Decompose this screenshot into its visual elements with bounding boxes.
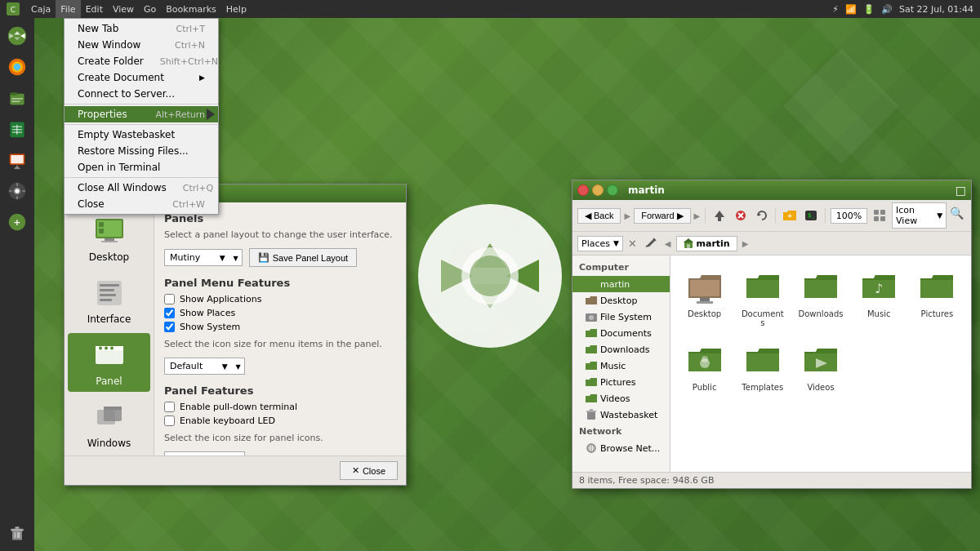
- menu-create-folder[interactable]: Create Folder Shift+Ctrl+N: [65, 53, 218, 69]
- fm-title: martin: [628, 184, 665, 196]
- show-apps-checkbox[interactable]: [164, 294, 175, 304]
- svg-rect-50: [99, 222, 104, 227]
- fm-sidebar-videos[interactable]: Videos: [572, 390, 670, 407]
- fm-up-btn[interactable]: [710, 206, 728, 225]
- panel-app-icon[interactable]: C: [5, 1, 21, 17]
- tweak-windows-label: Windows: [87, 438, 131, 449]
- panel-menu-caja[interactable]: Caja: [26, 0, 56, 18]
- taskbar-presentation-icon[interactable]: [2, 145, 32, 175]
- fm-content: Desktop Documents: [670, 256, 971, 472]
- fm-file-desktop[interactable]: Desktop: [679, 264, 730, 331]
- menu-restore-missing[interactable]: Restore Missing Files...: [65, 143, 218, 159]
- fm-search-btn[interactable]: 🔍: [950, 207, 966, 224]
- fm-back-btn[interactable]: ◀ Back: [577, 208, 621, 224]
- fm-max-btn[interactable]: [607, 184, 618, 196]
- tweak-sidebar-interface[interactable]: Interface: [68, 271, 150, 330]
- panel-menu-help[interactable]: Help: [221, 0, 252, 18]
- fm-sidebar-pictures[interactable]: Pictures: [572, 374, 670, 390]
- fm-sidebar-music[interactable]: Music: [572, 358, 670, 374]
- tweak-sidebar-windows[interactable]: Windows: [68, 395, 150, 454]
- fm-view-select[interactable]: Icon View ▼: [892, 202, 947, 229]
- fm-places-dropdown[interactable]: Places ▼: [577, 236, 623, 251]
- panel-menu-bookmarks[interactable]: Bookmarks: [161, 0, 220, 18]
- svg-rect-42: [15, 532, 16, 538]
- menu-connect-server[interactable]: Connect to Server...: [65, 86, 218, 102]
- svg-marker-65: [715, 211, 724, 217]
- fm-location-x-btn[interactable]: ✕: [628, 238, 637, 250]
- panel-menu-edit[interactable]: Edit: [81, 0, 108, 18]
- pulldown-terminal-checkbox[interactable]: [164, 402, 175, 412]
- tweak-desktop-label: Desktop: [89, 251, 130, 263]
- fm-sidebar-browse-network[interactable]: Browse Net...: [572, 440, 670, 456]
- fm-file-downloads[interactable]: Downloads: [795, 264, 846, 331]
- menu-close-all[interactable]: Close All Windows Ctrl+Q: [65, 180, 218, 196]
- save-panel-btn[interactable]: 💾 Save Panel Layout: [249, 248, 357, 267]
- panel-icon: [92, 338, 127, 372]
- fm-file-documents[interactable]: Documents: [737, 264, 788, 331]
- taskbar-mate-icon[interactable]: [2, 21, 32, 51]
- fm-forward-btn[interactable]: Forward ▶: [634, 208, 690, 224]
- desktop-file-icon: [685, 267, 724, 306]
- fm-sidebar-martin[interactable]: martin: [572, 276, 670, 292]
- taskbar-firefox-icon[interactable]: [2, 52, 32, 82]
- fm-sidebar-desktop[interactable]: Desktop: [572, 292, 670, 309]
- taskbar-files-icon[interactable]: [2, 83, 32, 113]
- taskbar-spreadsheet-icon[interactable]: [2, 114, 32, 144]
- fm-file-videos[interactable]: Videos: [795, 337, 846, 395]
- svg-marker-45: [207, 109, 215, 120]
- documents-file-icon: [743, 267, 782, 306]
- menu-new-window[interactable]: New Window Ctrl+N: [65, 37, 218, 53]
- fm-close-btn[interactable]: [577, 184, 589, 196]
- panel-icon-size-desc: Select the icon size for panel icons.: [164, 433, 396, 443]
- fm-breadcrumb-right-arrow[interactable]: ▶: [742, 239, 749, 248]
- fm-refresh-btn[interactable]: [753, 206, 771, 225]
- fm-breadcrumb-home[interactable]: martin: [676, 236, 737, 251]
- interface-icon: [92, 276, 127, 310]
- panel-menu-go[interactable]: Go: [139, 0, 161, 18]
- fm-file-music[interactable]: ♪ Music: [853, 264, 905, 331]
- panel-layout-select[interactable]: Mutiny ▼: [164, 249, 243, 266]
- svg-rect-75: [880, 210, 885, 215]
- taskbar-trash-icon[interactable]: [2, 518, 32, 548]
- show-places-checkbox[interactable]: [164, 308, 175, 318]
- fm-min-btn[interactable]: [592, 184, 604, 196]
- fm-breadcrumb-left-arrow[interactable]: ◀: [665, 239, 671, 248]
- fm-view-icon-btn[interactable]: [871, 206, 889, 225]
- panel-icon-size-select[interactable]: Default ▼: [164, 451, 245, 455]
- menu-properties[interactable]: Properties Alt+Return: [65, 106, 218, 122]
- fm-stop-btn[interactable]: [732, 206, 750, 225]
- menu-empty-wastebasket[interactable]: Empty Wastebasket: [65, 127, 218, 143]
- fm-maximize-icon[interactable]: □: [956, 184, 966, 197]
- fm-file-templates[interactable]: Templates: [737, 337, 788, 395]
- fm-sidebar-documents[interactable]: Documents: [572, 325, 670, 341]
- mate-tweak-close-btn[interactable]: ✕ Close: [340, 461, 398, 480]
- fm-network-section: Network: [572, 423, 670, 440]
- tweak-sidebar-panel[interactable]: Panel: [68, 333, 150, 392]
- taskbar-software-icon[interactable]: +: [2, 207, 32, 237]
- menu-close[interactable]: Close Ctrl+W: [65, 196, 218, 212]
- file-manager-window: martin □ ◀ Back ▶ Forward ▶ ▶ +: [572, 180, 972, 489]
- fm-open-terminal-btn[interactable]: $_: [802, 206, 820, 225]
- menu-new-tab[interactable]: New Tab Ctrl+T: [65, 20, 218, 37]
- keyboard-led-checkbox[interactable]: [164, 415, 175, 426]
- show-system-checkbox[interactable]: [164, 322, 175, 332]
- network-icon: [586, 442, 597, 454]
- fm-new-folder-btn[interactable]: +: [781, 206, 799, 225]
- svg-point-61: [110, 347, 114, 350]
- fm-file-public[interactable]: Public: [679, 337, 730, 395]
- videos-file-icon: [801, 340, 840, 380]
- panel-menu-file[interactable]: File: [56, 0, 80, 18]
- panel-battery-icon: 🔋: [863, 4, 875, 15]
- icon-size-select[interactable]: Default ▼: [164, 358, 245, 375]
- menu-create-document[interactable]: Create Document: [65, 69, 218, 86]
- fm-sidebar-downloads[interactable]: Downloads: [572, 341, 670, 358]
- panel-menu-view[interactable]: View: [108, 0, 139, 18]
- menu-open-terminal[interactable]: Open in Terminal: [65, 159, 218, 176]
- fm-file-pictures[interactable]: Pictures: [911, 264, 963, 331]
- fm-edit-location-btn[interactable]: [642, 234, 660, 252]
- fm-sidebar-wastebasket[interactable]: Wastebasket: [572, 407, 670, 423]
- toolbar-sep-2: [775, 208, 776, 223]
- taskbar-settings-icon[interactable]: [2, 176, 32, 206]
- fm-sidebar-filesystem[interactable]: File System: [572, 309, 670, 325]
- tweak-sidebar-desktop[interactable]: Desktop: [68, 209, 150, 268]
